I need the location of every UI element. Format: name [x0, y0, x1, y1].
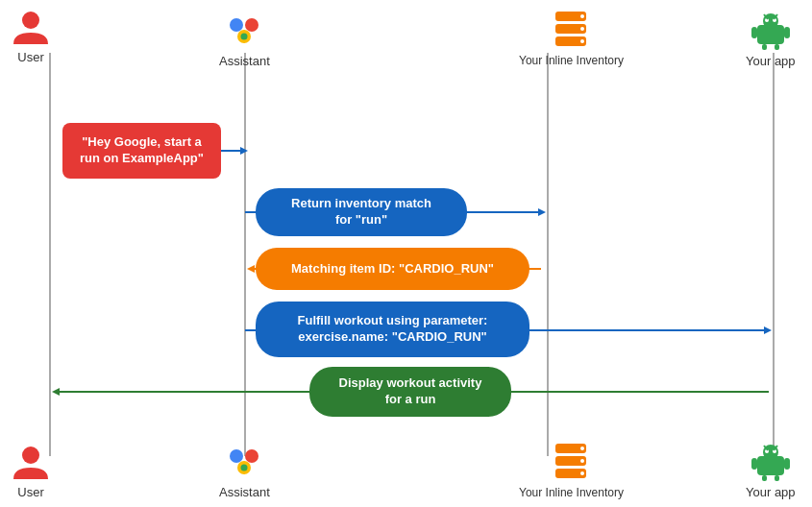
- msg-display-workout: Display workout activityfor a run: [309, 367, 511, 417]
- server-icon-top: [550, 8, 592, 50]
- svg-marker-5: [240, 147, 248, 155]
- assistant-icon-bottom: [223, 439, 265, 481]
- participant-inventory-bottom: Your Inline Inventory: [519, 440, 624, 499]
- msg-hey-google: "Hey Google, start a run on ExampleApp": [62, 123, 221, 179]
- svg-marker-13: [52, 388, 60, 396]
- app-label-bottom: Your app: [746, 485, 796, 499]
- svg-point-35: [22, 447, 39, 464]
- msg-return-inventory: Return inventory matchfor "run": [256, 188, 467, 236]
- svg-rect-33: [751, 27, 757, 38]
- participant-user-bottom: User: [12, 443, 50, 499]
- svg-marker-9: [247, 265, 255, 273]
- user-icon-bottom: [12, 443, 50, 481]
- svg-rect-52: [762, 475, 767, 481]
- svg-marker-7: [538, 208, 546, 216]
- inventory-label-bottom: Your Inline Inventory: [519, 486, 624, 499]
- participant-assistant-bottom: Assistant: [219, 439, 270, 499]
- svg-marker-11: [764, 326, 772, 334]
- svg-point-39: [241, 465, 248, 471]
- inventory-label-top: Your Inline Inventory: [519, 54, 624, 67]
- svg-point-18: [241, 34, 248, 40]
- user-icon-top: [12, 8, 50, 46]
- svg-point-37: [245, 449, 258, 463]
- assistant-label-top: Assistant: [219, 54, 270, 68]
- svg-point-44: [580, 459, 584, 463]
- msg-fulfill-workout: Fulfill workout using parameter:exercise…: [256, 302, 529, 357]
- svg-point-23: [580, 27, 584, 31]
- android-icon-bottom: [750, 439, 792, 481]
- participant-inventory-top: Your Inline Inventory: [519, 8, 624, 67]
- svg-point-16: [245, 18, 258, 32]
- svg-rect-54: [751, 458, 757, 470]
- svg-point-15: [230, 18, 243, 32]
- msg-matching-item: Matching item ID: "CARDIO_RUN": [256, 248, 529, 290]
- participant-app-bottom: Your app: [746, 439, 796, 499]
- svg-rect-31: [762, 44, 767, 50]
- participant-app-top: Your app: [746, 8, 796, 68]
- app-label-top: Your app: [746, 54, 796, 68]
- svg-rect-53: [775, 475, 779, 481]
- svg-rect-34: [784, 27, 790, 38]
- participant-user-top: User: [12, 8, 50, 64]
- svg-rect-32: [775, 44, 779, 50]
- svg-rect-55: [784, 458, 790, 470]
- user-label-top: User: [17, 50, 43, 64]
- svg-point-14: [22, 12, 39, 29]
- svg-point-24: [580, 39, 584, 43]
- server-icon-bottom: [550, 440, 592, 482]
- svg-point-22: [580, 14, 584, 18]
- svg-point-45: [580, 471, 584, 475]
- sequence-diagram: User Assistant Your Inline Inventory: [0, 0, 812, 507]
- android-icon-top: [750, 8, 792, 50]
- participant-assistant-top: Assistant: [219, 8, 270, 68]
- svg-point-43: [580, 447, 584, 450]
- assistant-label-bottom: Assistant: [219, 485, 270, 499]
- svg-point-36: [230, 449, 243, 463]
- user-label-bottom: User: [17, 485, 43, 499]
- assistant-icon-top: [223, 8, 265, 50]
